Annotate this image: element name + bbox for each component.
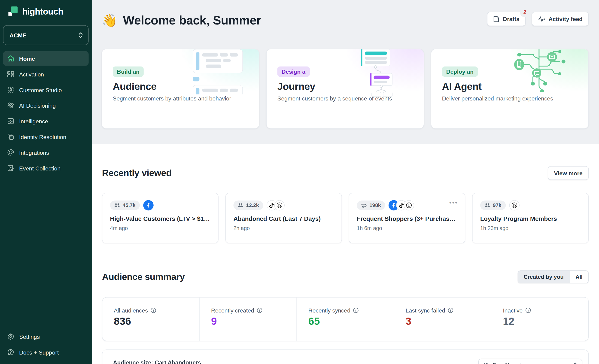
welcome-section: 👋 Welcome back, Summer Drafts 2 Activity… <box>92 0 599 144</box>
sidebar: hightouch ACME Home Activation <box>0 0 92 364</box>
filter-created-by-you[interactable]: Created by you <box>518 271 569 283</box>
stat-value: 3 <box>406 315 491 327</box>
stat-label: Last sync failed <box>406 307 445 314</box>
audience-size-pill: 45.7k <box>110 201 140 210</box>
deploy-ai-agent-card[interactable]: Deploy an AI Agent Deliver personalized … <box>431 49 589 129</box>
stat-label: Recently synced <box>308 307 351 314</box>
design-journey-card[interactable]: Design a Journey Segment customers by a … <box>266 49 424 129</box>
stat-inactive: Inactive 12 <box>491 297 588 341</box>
intelligence-icon <box>7 117 15 125</box>
workspace-name: ACME <box>9 32 26 38</box>
recently-viewed-heading: Recently viewed <box>102 168 172 179</box>
wave-emoji: 👋 <box>102 13 117 28</box>
audience-people-icon <box>114 203 120 208</box>
stat-recently-created: Recently created 9 <box>199 297 297 341</box>
recent-card-frequent-shoppers[interactable]: ••• 198k <box>349 193 465 243</box>
filter-all[interactable]: All <box>569 271 588 283</box>
recent-card-title: Frequent Shoppers (3+ Purchases L… <box>357 216 457 222</box>
audience-people-icon <box>483 362 489 364</box>
customer-studio-icon <box>7 86 15 94</box>
info-icon[interactable] <box>151 307 156 313</box>
info-icon[interactable] <box>525 307 531 313</box>
ai-agent-circuit-illustration <box>505 49 572 92</box>
activation-icon <box>7 70 15 78</box>
audience-summary-stats: All audiences 836 Recently created 9 Rec… <box>102 297 589 341</box>
info-icon[interactable] <box>257 307 263 313</box>
sidebar-item-label: Settings <box>19 333 40 340</box>
stat-value: 9 <box>211 315 297 327</box>
event-collection-icon <box>7 164 15 172</box>
recent-card-timestamp: 1h 6m ago <box>357 225 457 231</box>
audience-size-pill: 97k <box>480 201 506 210</box>
drafts-label: Drafts <box>503 16 520 22</box>
sidebar-item-label: Docs + Support <box>19 349 59 355</box>
recent-card-title: Abandoned Cart (Last 7 Days) <box>233 216 334 222</box>
journey-size-pill: 198k <box>357 201 385 210</box>
recent-card-high-value-customers[interactable]: 45.7k High-Value Customers (LTV > $1,000… <box>102 193 219 243</box>
recent-card-abandoned-cart[interactable]: 12.2k Abandoned Cart (Last 7 Days) 2h ag… <box>225 193 342 243</box>
sidebar-item-event-collection[interactable]: Event Collection <box>3 161 88 175</box>
audience-summary-heading: Audience summary <box>102 272 185 282</box>
audience-card-subtitle: Segment customers by attributes and beha… <box>113 95 248 102</box>
header-actions: Drafts 2 Activity feed <box>487 12 589 26</box>
card-overflow-menu[interactable]: ••• <box>449 199 458 207</box>
info-icon[interactable] <box>353 307 359 313</box>
audience-illustration <box>177 49 244 95</box>
deploy-an-pill: Deploy an <box>442 67 478 77</box>
recent-card-title: Loyalty Program Members <box>480 216 581 222</box>
chevron-updown-icon <box>573 362 578 364</box>
hightouch-logo[interactable]: hightouch <box>0 0 92 24</box>
activity-feed-label: Activity feed <box>548 16 583 22</box>
audience-selector-dropdown[interactable]: Cart Abandoners <box>478 359 582 364</box>
activity-feed-button[interactable]: Activity feed <box>532 12 589 26</box>
quick-create-cards: Build an Audience Segment customers by a… <box>102 49 589 129</box>
audience-count: 45.7k <box>123 203 136 208</box>
logo-wordmark: hightouch <box>22 7 63 17</box>
sidebar-item-integrations[interactable]: Integrations <box>3 145 88 160</box>
view-more-label: View more <box>554 170 583 176</box>
document-icon <box>493 16 499 22</box>
drafts-button[interactable]: Drafts 2 <box>487 12 526 26</box>
sidebar-item-intelligence[interactable]: Intelligence <box>3 114 88 128</box>
drafts-count-badge: 2 <box>520 7 530 17</box>
info-icon[interactable] <box>448 307 453 313</box>
sidebar-item-activation[interactable]: Activation <box>3 67 88 81</box>
audience-count: 97k <box>493 203 501 208</box>
sidebar-item-docs-support[interactable]: Docs + Support <box>3 345 88 359</box>
journey-icon <box>361 203 367 208</box>
sidebar-item-customer-studio[interactable]: Customer Studio <box>3 82 88 97</box>
sidebar-item-identity-resolution[interactable]: Identity Resolution <box>3 130 88 144</box>
recently-viewed-cards: 45.7k High-Value Customers (LTV > $1,000… <box>92 193 599 243</box>
stat-recently-synced: Recently synced 65 <box>297 297 394 341</box>
build-audience-card[interactable]: Build an Audience Segment customers by a… <box>102 49 259 129</box>
sidebar-item-label: Customer Studio <box>19 87 62 93</box>
sidebar-item-label: Activation <box>19 71 44 77</box>
workspace-selector[interactable]: ACME <box>3 25 88 45</box>
view-more-button[interactable]: View more <box>548 166 589 180</box>
braze-icon <box>509 200 520 211</box>
stat-all-audiences: All audiences 836 <box>102 297 199 341</box>
page-title: 👋 Welcome back, Summer <box>102 13 261 28</box>
sidebar-item-settings[interactable]: Settings <box>3 329 88 344</box>
build-an-pill: Build an <box>113 67 144 77</box>
selected-audience: Cart Abandoners <box>492 362 535 364</box>
stat-last-sync-failed: Last sync failed 3 <box>394 297 491 341</box>
sidebar-footer: Settings Docs + Support <box>0 329 92 364</box>
recent-card-timestamp: 1h 23m ago <box>480 225 581 231</box>
audience-people-icon <box>238 203 244 208</box>
stat-label: Inactive <box>503 307 523 314</box>
recent-card-timestamp: 2h ago <box>233 225 334 231</box>
stat-value: 836 <box>114 315 199 327</box>
sidebar-item-label: Intelligence <box>19 118 48 124</box>
sidebar-item-ai-decisioning[interactable]: AI Decisioning <box>3 98 88 113</box>
recent-card-loyalty-program[interactable]: 97k Loyalty Program Members 1h 23m ago <box>472 193 589 243</box>
help-icon <box>7 348 15 356</box>
braze-icon <box>404 200 414 211</box>
app-window: hightouch ACME Home Activation <box>0 0 599 364</box>
sidebar-item-home[interactable]: Home <box>3 51 88 66</box>
sidebar-item-label: AI Decisioning <box>19 102 56 109</box>
pulse-icon <box>538 16 545 22</box>
hightouch-logo-icon <box>8 6 18 17</box>
audience-count: 198k <box>369 203 381 208</box>
stat-value: 65 <box>308 315 394 327</box>
